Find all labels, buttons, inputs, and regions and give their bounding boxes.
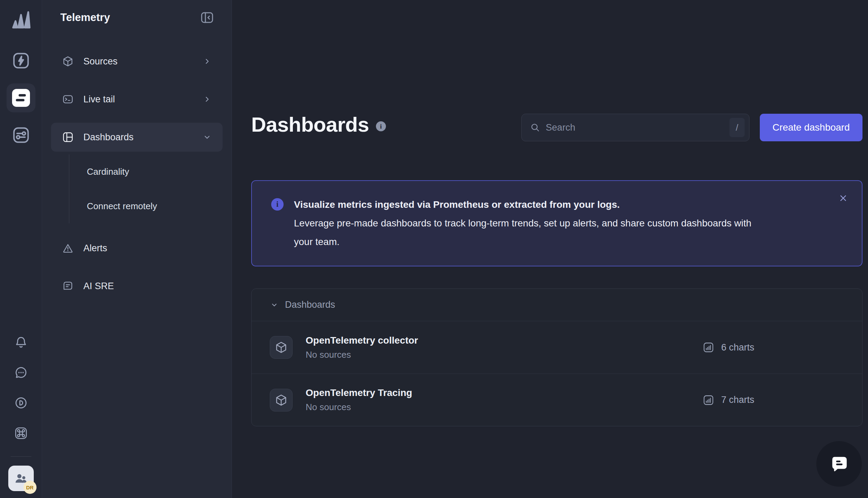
dashboard-title: OpenTelemetry collector bbox=[306, 335, 418, 346]
banner-body: Leverage pre-made dashboards to track lo… bbox=[294, 218, 752, 247]
bar-chart-icon bbox=[703, 394, 714, 406]
banner-close-button[interactable] bbox=[838, 193, 848, 203]
info-icon[interactable]: i bbox=[376, 121, 386, 131]
sidebar-item-live-tail[interactable]: Live tail bbox=[51, 85, 223, 114]
sidebar-item-alerts[interactable]: Alerts bbox=[51, 234, 223, 263]
layout-icon bbox=[62, 131, 74, 143]
mezmo-logo[interactable] bbox=[10, 9, 32, 31]
sidebar-item-connect-remotely[interactable]: Connect remotely bbox=[42, 189, 232, 223]
create-dashboard-button[interactable]: Create dashboard bbox=[760, 114, 862, 141]
submenu-guide-line bbox=[69, 154, 69, 223]
chat-bubble-icon bbox=[828, 453, 850, 475]
theme-toggle-button[interactable] bbox=[14, 396, 28, 410]
dashboards-card: Dashboards OpenTelemetry collector No so… bbox=[251, 288, 862, 426]
bar-chart-icon bbox=[703, 342, 714, 353]
info-banner: i Visualize metrics ingested via Prometh… bbox=[251, 180, 862, 266]
dashboard-icon-tile bbox=[270, 336, 293, 359]
sidebar-item-label: Live tail bbox=[83, 94, 193, 105]
icon-rail: DR bbox=[0, 0, 42, 498]
sidebar-item-sources[interactable]: Sources bbox=[51, 47, 223, 76]
rail-nav bbox=[7, 51, 35, 145]
search-input[interactable] bbox=[546, 122, 724, 133]
sidebar-title: Telemetry bbox=[60, 11, 110, 24]
sidebar-item-label: Alerts bbox=[83, 243, 212, 254]
sidebar-item-cardinality[interactable]: Cardinality bbox=[42, 154, 232, 189]
sidebar-item-ai-sre[interactable]: AI SRE bbox=[51, 272, 223, 301]
sidebar-item-dashboards[interactable]: Dashboards bbox=[51, 123, 223, 152]
lightning-icon bbox=[11, 51, 31, 70]
contrast-icon bbox=[14, 396, 28, 410]
notifications-button[interactable] bbox=[14, 335, 28, 349]
command-icon bbox=[14, 426, 28, 440]
main-content: Dashboards i / Create dashboard i Visual… bbox=[232, 0, 868, 498]
panel-collapse-icon bbox=[200, 10, 214, 25]
dashboards-submenu: Cardinality Connect remotely bbox=[42, 154, 232, 223]
cube-icon bbox=[62, 55, 74, 67]
sidebar: Telemetry Sources Live tail bbox=[42, 0, 232, 498]
charts-count: 6 charts bbox=[721, 342, 754, 353]
chevron-down-icon bbox=[270, 301, 279, 309]
sidebar-item-label: Sources bbox=[83, 56, 193, 67]
terminal-icon bbox=[62, 93, 74, 105]
shortcuts-button[interactable] bbox=[14, 426, 28, 440]
dashboard-subtitle: No sources bbox=[306, 349, 418, 360]
chevron-down-icon bbox=[203, 133, 212, 142]
search-box: / bbox=[521, 114, 749, 141]
cube-icon bbox=[275, 341, 288, 354]
dashboards-section-header[interactable]: Dashboards bbox=[252, 289, 862, 321]
chevron-right-icon bbox=[203, 95, 212, 104]
dashboard-title: OpenTelemetry Tracing bbox=[306, 387, 412, 398]
sidebar-collapse-button[interactable] bbox=[200, 10, 214, 25]
banner-title: Visualize metrics ingested via Prometheu… bbox=[294, 195, 769, 214]
rail-item-lightning[interactable] bbox=[11, 51, 31, 70]
rail-bottom: DR bbox=[8, 335, 34, 498]
rail-divider bbox=[11, 456, 31, 457]
charts-count: 7 charts bbox=[721, 395, 754, 405]
message-icon bbox=[62, 280, 74, 292]
close-icon bbox=[838, 193, 848, 203]
dashboard-row[interactable]: OpenTelemetry Tracing No sources 7 chart… bbox=[252, 374, 862, 426]
dashboard-subtitle: No sources bbox=[306, 402, 412, 413]
feedback-button[interactable] bbox=[14, 365, 28, 380]
cube-icon bbox=[275, 394, 288, 407]
slash-shortcut-key: / bbox=[729, 118, 745, 137]
chat-icon bbox=[14, 365, 28, 380]
section-title: Dashboards bbox=[285, 299, 335, 310]
rail-item-pipelines[interactable] bbox=[11, 125, 31, 145]
banner-info-icon: i bbox=[271, 198, 284, 211]
warning-icon bbox=[62, 242, 74, 254]
search-icon bbox=[530, 122, 540, 133]
sidebar-item-label: AI SRE bbox=[83, 281, 212, 292]
chat-launcher-button[interactable] bbox=[816, 441, 862, 487]
chevron-right-icon bbox=[203, 57, 212, 66]
bell-icon bbox=[14, 335, 28, 349]
sliders-icon bbox=[11, 125, 31, 145]
dashboard-row[interactable]: OpenTelemetry collector No sources 6 cha… bbox=[252, 321, 862, 374]
avatar-badge: DR bbox=[23, 481, 37, 494]
logs-icon bbox=[12, 89, 30, 107]
dashboard-icon-tile bbox=[270, 389, 293, 411]
rail-item-telemetry-active[interactable] bbox=[7, 83, 35, 112]
user-avatar[interactable]: DR bbox=[8, 466, 34, 491]
sidebar-item-label: Dashboards bbox=[83, 132, 193, 143]
page-title: Dashboards bbox=[251, 114, 369, 135]
